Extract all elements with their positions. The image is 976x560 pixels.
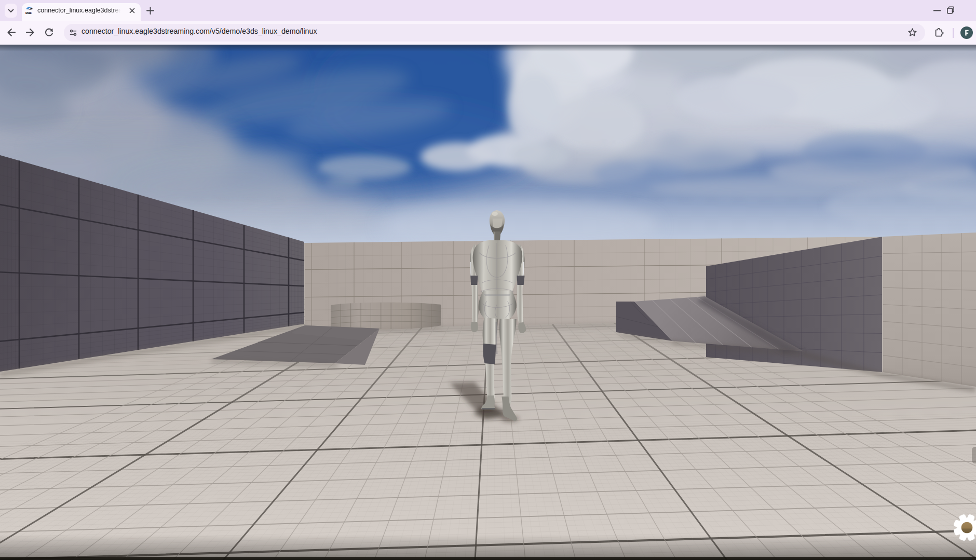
svg-text:EAGLE: EAGLE [25,11,32,15]
